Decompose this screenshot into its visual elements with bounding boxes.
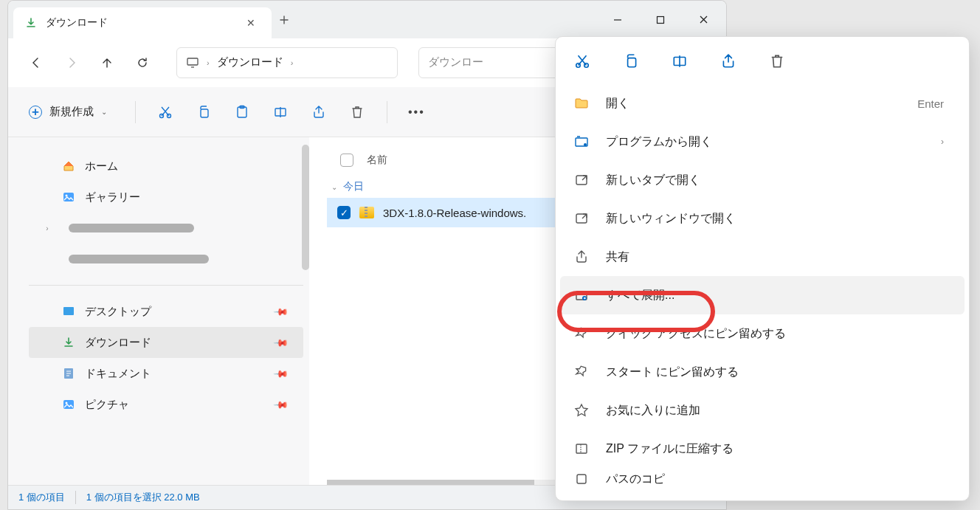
share-icon[interactable] (310, 105, 328, 120)
file-name: 3DX-1.8.0-Release-windows. (383, 207, 526, 219)
redacted-text (69, 224, 194, 232)
zip-file-icon (359, 207, 374, 218)
download-arrow-icon (61, 337, 76, 348)
new-button[interactable]: + 新規作成 ⌄ (21, 100, 114, 123)
delete-icon[interactable] (768, 53, 786, 69)
pc-icon (186, 56, 199, 69)
chevron-down-icon: ⌄ (331, 183, 337, 191)
select-all-checkbox[interactable] (340, 154, 353, 167)
sidebar-scrollbar[interactable] (302, 145, 309, 270)
share-icon[interactable] (720, 53, 737, 69)
sidebar-item-pictures[interactable]: ピクチャ 📌 (29, 389, 303, 420)
copy-path-icon (573, 472, 590, 486)
chevron-down-icon: ⌄ (101, 108, 107, 116)
sidebar-item-redacted-2[interactable] (29, 244, 303, 275)
chevron-right-icon: › (291, 58, 294, 67)
sidebar-item-desktop[interactable]: デスクトップ 📌 (29, 296, 303, 327)
rename-icon[interactable] (272, 105, 289, 120)
copy-icon[interactable] (195, 105, 213, 120)
ctx-pin-start[interactable]: スタート にピン留めする (560, 353, 965, 391)
pin-icon: 📌 (273, 334, 289, 351)
ctx-share[interactable]: 共有 (560, 238, 965, 276)
back-button[interactable] (21, 48, 51, 77)
pin-icon (573, 365, 590, 379)
redacted-text (69, 255, 209, 263)
svg-rect-24 (577, 475, 586, 483)
chevron-right-icon: › (941, 137, 944, 147)
breadcrumb[interactable]: › ダウンロード › (176, 47, 398, 78)
window-controls (596, 4, 725, 35)
sidebar-item-downloads[interactable]: ダウンロード 📌 (29, 327, 303, 358)
sidebar: ホーム ギャラリー › デスクトップ 📌 (8, 137, 309, 509)
svg-rect-10 (63, 307, 74, 315)
ctx-compress-zip[interactable]: ZIP ファイルに圧縮する (560, 430, 965, 468)
svg-point-13 (66, 402, 68, 404)
up-button[interactable] (92, 48, 122, 77)
ctx-favorite[interactable]: お気に入りに追加 (560, 391, 965, 430)
context-menu: 開く Enter プログラムから開く › 新しいタブで開く 新しいウィンドウで開… (555, 36, 970, 501)
new-tab-icon (573, 173, 590, 187)
download-arrow-icon (25, 17, 37, 29)
sidebar-item-gallery[interactable]: ギャラリー (29, 182, 303, 213)
tab-active[interactable]: ダウンロード ✕ (13, 7, 272, 38)
home-icon (61, 159, 76, 173)
status-item-count: 1 個の項目 (18, 491, 65, 504)
zip-icon (573, 441, 590, 456)
tab-close-icon[interactable]: ✕ (242, 17, 260, 29)
copy-icon[interactable] (622, 53, 640, 69)
svg-rect-8 (63, 193, 74, 201)
chevron-right-icon: › (207, 58, 210, 67)
svg-point-9 (66, 195, 68, 197)
svg-rect-12 (63, 400, 74, 409)
svg-rect-23 (576, 444, 587, 453)
rename-icon[interactable] (671, 53, 689, 69)
share-icon (573, 249, 590, 264)
document-icon (61, 367, 76, 380)
new-tab-button[interactable] (279, 15, 304, 25)
forward-button[interactable] (57, 48, 86, 77)
plus-icon: + (29, 106, 42, 119)
svg-rect-1 (187, 58, 198, 65)
ctx-copy-path[interactable]: パスのコピ (560, 468, 965, 490)
svg-point-19 (584, 143, 587, 146)
context-quick-actions (560, 44, 965, 84)
svg-rect-4 (201, 109, 208, 117)
open-with-icon (573, 134, 590, 149)
svg-rect-0 (658, 16, 664, 23)
sidebar-item-redacted-1[interactable]: › (29, 213, 303, 244)
cut-icon[interactable] (156, 105, 174, 120)
chevron-right-icon: › (42, 224, 52, 232)
ctx-open[interactable]: 開く Enter (560, 84, 965, 123)
cut-icon[interactable] (573, 53, 591, 69)
folder-open-icon (573, 96, 590, 111)
status-selected: 1 個の項目を選択 22.0 MB (86, 491, 200, 504)
more-button[interactable]: ••• (408, 106, 425, 119)
minimize-button[interactable] (596, 4, 639, 35)
sidebar-item-home[interactable]: ホーム (29, 151, 303, 182)
ctx-open-new-window[interactable]: 新しいウィンドウで開く (560, 199, 965, 238)
new-window-icon (573, 211, 590, 226)
column-name-label: 名前 (367, 154, 387, 167)
pin-icon: 📌 (273, 365, 289, 382)
titlebar: ダウンロード ✕ (8, 1, 726, 38)
ctx-open-with[interactable]: プログラムから開く › (560, 123, 965, 161)
star-icon (573, 403, 590, 418)
sidebar-item-documents[interactable]: ドキュメント 📌 (29, 358, 303, 389)
pin-icon: 📌 (273, 303, 289, 320)
pictures-icon (61, 398, 76, 411)
maximize-button[interactable] (639, 4, 682, 35)
tab-label: ダウンロード (46, 16, 233, 30)
breadcrumb-label: ダウンロード (217, 55, 283, 69)
pin-icon (573, 326, 590, 341)
desktop-icon (61, 305, 76, 318)
delete-icon[interactable] (348, 105, 366, 120)
close-window-button[interactable] (682, 4, 725, 35)
pin-icon: 📌 (273, 396, 289, 413)
ctx-pin-quick-access[interactable]: クイック アクセスにピン留めする (560, 314, 965, 353)
extract-icon (573, 288, 590, 303)
paste-icon[interactable] (233, 105, 251, 120)
refresh-button[interactable] (128, 48, 157, 77)
file-checkbox[interactable]: ✓ (337, 206, 351, 219)
ctx-open-new-tab[interactable]: 新しいタブで開く (560, 161, 965, 199)
ctx-extract-all[interactable]: すべて展開... (560, 276, 965, 314)
